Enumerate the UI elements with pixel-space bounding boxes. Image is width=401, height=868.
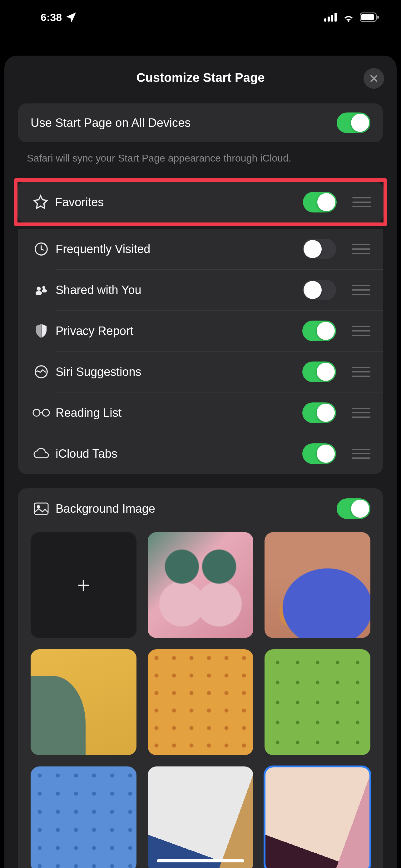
shared-with-you-switch[interactable] xyxy=(302,280,336,300)
close-button[interactable] xyxy=(364,68,384,89)
svg-point-13 xyxy=(33,409,40,416)
reading-list-switch[interactable] xyxy=(302,402,336,423)
favorites-label: Favorites xyxy=(55,195,303,209)
add-background-button[interactable]: + xyxy=(31,532,136,638)
background-thumb-green[interactable] xyxy=(265,649,370,755)
sync-caption: Safari will sync your Start Page appeara… xyxy=(27,152,374,165)
close-icon xyxy=(369,74,378,83)
svg-point-16 xyxy=(37,505,40,508)
background-thumb-bear[interactable] xyxy=(265,532,370,638)
sync-section: Use Start Page on All Devices xyxy=(18,103,383,142)
frequently-visited-row[interactable]: Frequently Visited xyxy=(18,229,383,269)
background-image-label: Background Image xyxy=(56,502,337,516)
status-time: 6:38 xyxy=(41,11,62,24)
svg-rect-6 xyxy=(377,16,379,19)
items-section: Frequently Visited Shared with You Priva… xyxy=(18,229,383,474)
svg-point-8 xyxy=(37,287,41,291)
background-thumb-triangles-blue[interactable] xyxy=(148,767,254,868)
background-thumbnails: + xyxy=(18,529,383,868)
location-arrow-icon xyxy=(66,12,76,22)
favorites-row[interactable]: Favorites xyxy=(18,182,383,222)
glasses-icon xyxy=(27,408,56,417)
photo-icon xyxy=(27,502,56,515)
reorder-handle[interactable] xyxy=(352,326,370,336)
reorder-handle[interactable] xyxy=(352,285,370,295)
home-indicator[interactable] xyxy=(157,859,244,862)
svg-rect-11 xyxy=(42,289,47,292)
svg-rect-15 xyxy=(34,503,48,514)
svg-rect-1 xyxy=(328,17,330,22)
sync-row[interactable]: Use Start Page on All Devices xyxy=(18,103,383,142)
status-indicators xyxy=(324,12,379,22)
svg-rect-10 xyxy=(36,291,42,295)
icloud-tabs-label: iCloud Tabs xyxy=(56,447,302,461)
reorder-handle[interactable] xyxy=(352,367,370,377)
shared-with-you-row[interactable]: Shared with You xyxy=(18,270,383,310)
sync-label: Use Start Page on All Devices xyxy=(31,116,337,130)
siri-suggestions-switch[interactable] xyxy=(302,362,336,382)
svg-rect-2 xyxy=(331,15,333,22)
privacy-report-switch[interactable] xyxy=(302,320,336,341)
privacy-report-row[interactable]: Privacy Report xyxy=(18,311,383,351)
siri-suggestions-row[interactable]: Siri Suggestions xyxy=(18,351,383,392)
star-icon xyxy=(26,194,55,210)
favorites-switch[interactable] xyxy=(303,192,337,213)
status-bar: 6:38 xyxy=(0,0,401,34)
svg-point-9 xyxy=(42,286,45,289)
battery-icon xyxy=(360,12,379,22)
siri-icon xyxy=(27,365,56,379)
status-time-group: 6:38 xyxy=(41,11,76,24)
reorder-handle[interactable] xyxy=(352,408,370,418)
favorites-section: Favorites xyxy=(18,182,383,222)
svg-rect-5 xyxy=(361,14,374,20)
reorder-handle[interactable] xyxy=(352,449,370,459)
privacy-report-label: Privacy Report xyxy=(56,324,302,338)
frequently-visited-switch[interactable] xyxy=(302,239,336,259)
background-thumb-butterfly[interactable] xyxy=(148,532,254,638)
clock-icon xyxy=(27,242,56,256)
sheet-header: Customize Start Page xyxy=(4,56,397,103)
people-icon xyxy=(27,282,56,298)
reading-list-row[interactable]: Reading List xyxy=(18,393,383,433)
icloud-tabs-row[interactable]: iCloud Tabs xyxy=(18,433,383,474)
shield-icon xyxy=(27,323,56,338)
background-image-row[interactable]: Background Image xyxy=(18,488,383,529)
cellular-signal-icon xyxy=(324,13,337,22)
plus-icon: + xyxy=(77,573,90,598)
cloud-icon xyxy=(27,448,56,460)
reorder-handle[interactable] xyxy=(352,197,371,207)
background-thumb-orange[interactable] xyxy=(148,649,254,755)
icloud-tabs-switch[interactable] xyxy=(302,443,336,464)
background-image-section: Background Image + xyxy=(18,488,383,868)
sync-switch[interactable] xyxy=(337,113,370,133)
wifi-icon xyxy=(342,12,355,22)
svg-point-14 xyxy=(42,409,49,416)
background-thumb-water[interactable] xyxy=(31,767,136,868)
favorites-highlight: Favorites xyxy=(14,178,387,226)
reading-list-label: Reading List xyxy=(56,406,302,420)
svg-rect-3 xyxy=(334,13,337,22)
svg-rect-0 xyxy=(324,19,326,22)
background-thumb-triangles-pink[interactable] xyxy=(265,767,370,868)
customize-sheet: Customize Start Page Use Start Page on A… xyxy=(4,56,397,868)
sheet-title: Customize Start Page xyxy=(4,71,397,85)
shared-with-you-label: Shared with You xyxy=(56,283,302,297)
background-thumb-parrot[interactable] xyxy=(31,649,136,755)
reorder-handle[interactable] xyxy=(352,244,370,254)
siri-suggestions-label: Siri Suggestions xyxy=(56,365,302,379)
frequently-visited-label: Frequently Visited xyxy=(56,243,302,256)
background-image-switch[interactable] xyxy=(337,498,370,519)
